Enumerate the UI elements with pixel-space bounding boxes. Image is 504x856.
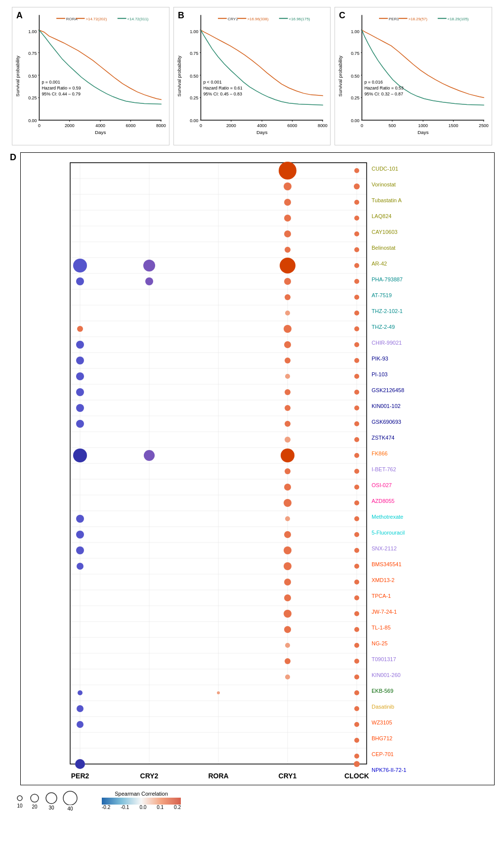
drug-label-cep701: CEP-701 bbox=[372, 751, 394, 757]
svg-text:PER2: PER2 bbox=[71, 772, 89, 780]
bubble-per2-npk bbox=[75, 759, 85, 769]
bubble-cry1-25 bbox=[284, 546, 292, 554]
svg-text:<16.96(175): <16.96(175) bbox=[289, 17, 310, 21]
svg-text:p = 0.016: p = 0.016 bbox=[365, 80, 383, 85]
bubble-clock-11 bbox=[354, 326, 359, 331]
drug-label-snx2112: SNX-2112 bbox=[372, 545, 397, 551]
svg-text:CRY2: CRY2 bbox=[140, 772, 159, 780]
svg-text:0: 0 bbox=[361, 123, 363, 128]
color-min-label: -0.2 bbox=[102, 805, 110, 810]
svg-text:1.00: 1.00 bbox=[28, 29, 37, 34]
bubble-cry1-19 bbox=[281, 449, 294, 462]
svg-text:1000: 1000 bbox=[419, 123, 428, 128]
color-mid-label: 0.0 bbox=[139, 805, 146, 810]
svg-text:>14.72(202): >14.72(202) bbox=[85, 17, 107, 21]
drug-label-5fu: 5-Fluorouracil bbox=[372, 530, 405, 536]
drug-label-thz2102: THZ-2-102-1 bbox=[372, 308, 403, 314]
color-mid-high-label: 0.1 bbox=[157, 805, 164, 810]
svg-text:0.50: 0.50 bbox=[190, 74, 198, 79]
bubble-clock-29 bbox=[354, 611, 359, 616]
drug-label-chir99021: CHIR-99021 bbox=[372, 340, 402, 346]
svg-text:95% CI: 0.44 – 0.79: 95% CI: 0.44 – 0.79 bbox=[42, 91, 81, 96]
bubble-cry1-27 bbox=[284, 579, 291, 586]
bubble-cry1-15 bbox=[285, 389, 291, 395]
drug-label-dasatinib: Dasatinib bbox=[372, 704, 394, 710]
svg-text:RORA: RORA bbox=[66, 17, 78, 21]
svg-text:1500: 1500 bbox=[449, 123, 459, 128]
bubble-clock-33 bbox=[354, 675, 359, 679]
bubble-per2-kin bbox=[76, 404, 84, 412]
bubble-clock-4 bbox=[354, 216, 359, 221]
svg-text:0.25: 0.25 bbox=[190, 96, 198, 101]
bubble-clock-36 bbox=[354, 722, 359, 727]
bubble-clock-22 bbox=[354, 500, 359, 505]
bubble-cry1-4 bbox=[284, 215, 291, 222]
bubble-cry1-28 bbox=[284, 594, 291, 601]
bubble-cry1-13 bbox=[285, 358, 291, 363]
color-bar-labels: -0.2 -0.1 0.0 0.1 0.2 bbox=[102, 805, 181, 810]
bubble-cry2-ar42 bbox=[143, 260, 155, 271]
bubble-clock-37 bbox=[354, 738, 359, 743]
svg-text:0.25: 0.25 bbox=[28, 96, 37, 101]
top-row: 0.00 0.25 0.50 0.75 1.00 Survival probab… bbox=[10, 5, 494, 147]
panel-b: 0.00 0.25 0.50 0.75 1.00 Survival probab… bbox=[173, 7, 331, 145]
bubble-clock-28 bbox=[354, 595, 359, 600]
size-10-label: 10 bbox=[17, 803, 22, 809]
drug-label-kin001102: KIN001-102 bbox=[372, 403, 401, 409]
svg-text:Survival probability: Survival probability bbox=[15, 56, 20, 97]
bubble-cry2-fk866 bbox=[144, 450, 155, 461]
bubble-cry1-23 bbox=[285, 516, 290, 521]
bubble-per2-gsk bbox=[76, 388, 84, 396]
svg-text:0.00: 0.00 bbox=[190, 118, 198, 123]
svg-text:6000: 6000 bbox=[287, 123, 297, 128]
bubble-per2-thz249 bbox=[77, 326, 83, 332]
svg-text:2000: 2000 bbox=[65, 123, 75, 128]
bubble-cry1-2 bbox=[284, 182, 292, 190]
svg-text:<14.72(311): <14.72(311) bbox=[127, 17, 149, 21]
svg-text:2000: 2000 bbox=[226, 123, 236, 128]
svg-text:CRY2: CRY2 bbox=[228, 17, 238, 21]
bubble-clock-18 bbox=[354, 437, 359, 442]
bubble-clock-26 bbox=[354, 564, 359, 569]
bubble-cry1-17 bbox=[285, 421, 291, 427]
panel-b-svg: 0.00 0.25 0.50 0.75 1.00 Survival probab… bbox=[174, 7, 331, 145]
bubble-clock-12 bbox=[354, 342, 359, 347]
bubble-per2-das bbox=[77, 705, 84, 712]
size-legend-20: 20 bbox=[29, 791, 41, 810]
bubble-clock-25 bbox=[354, 548, 359, 553]
bubble-clock-5 bbox=[354, 231, 359, 236]
drug-label-azd8055: AZD8055 bbox=[372, 498, 394, 504]
bubble-chart-svg: PER2 CRY2 RORA CRY1 CLOCK CUDC-101 Vorin… bbox=[21, 153, 495, 786]
svg-text:Days: Days bbox=[256, 130, 268, 135]
panel-a: 0.00 0.25 0.50 0.75 1.00 Survival probab… bbox=[12, 7, 169, 145]
svg-text:0.00: 0.00 bbox=[351, 118, 360, 123]
bubble-per2-fk866 bbox=[73, 449, 87, 462]
bubble-per2-gsk690 bbox=[76, 420, 84, 428]
drug-label-thz249: THZ-2-49 bbox=[372, 324, 395, 330]
bubble-per2-metho bbox=[76, 515, 84, 523]
bubble-cry1-9 bbox=[285, 294, 291, 300]
svg-text:0.25: 0.25 bbox=[351, 96, 360, 101]
bubble-clock-17 bbox=[354, 421, 359, 426]
svg-text:RORA: RORA bbox=[208, 772, 228, 780]
svg-text:0.50: 0.50 bbox=[351, 74, 360, 79]
svg-point-146 bbox=[17, 796, 22, 801]
bubble-cry1-18 bbox=[285, 437, 291, 443]
bubble-cry1-30 bbox=[284, 626, 291, 633]
panel-label-a: A bbox=[16, 10, 23, 20]
drug-label-ibet762: I-BET-762 bbox=[372, 466, 396, 472]
bubble-clock-1 bbox=[354, 168, 359, 173]
svg-text:8000: 8000 bbox=[318, 123, 328, 128]
drug-label-gsk2126458: GSK2126458 bbox=[372, 387, 404, 393]
drug-label-vorinostat: Vorinostat bbox=[372, 181, 396, 187]
drug-label-at7519: AT-7519 bbox=[372, 292, 392, 298]
svg-text:Hazard Ratio = 0.53: Hazard Ratio = 0.53 bbox=[365, 86, 404, 90]
color-bar bbox=[102, 798, 181, 805]
color-max-label: 0.2 bbox=[174, 805, 181, 810]
bubble-clock-27 bbox=[354, 580, 359, 585]
bubble-cry1-31 bbox=[285, 643, 290, 648]
bubble-clock-30 bbox=[354, 627, 359, 632]
drug-label-methotrexate: Methotrexate bbox=[372, 514, 403, 520]
drug-label-fk866: FK866 bbox=[372, 451, 387, 456]
bubble-per2-ekb bbox=[78, 690, 83, 695]
